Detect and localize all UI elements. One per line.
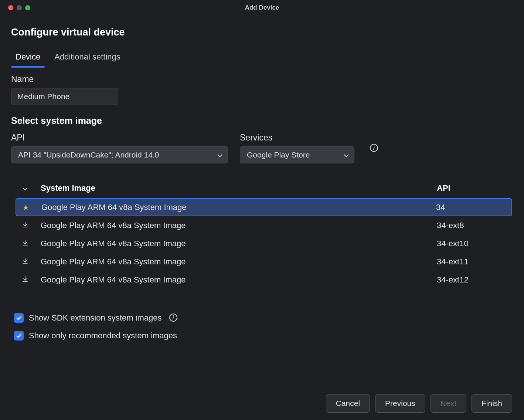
download-icon[interactable] [22,257,28,267]
tab-device[interactable]: Device [15,50,41,64]
row-system-image-name: Google Play ARM 64 v8a System Image [34,203,436,212]
api-select[interactable]: API 34 "UpsideDownCake"; Android 14.0 [11,146,228,163]
name-input[interactable] [11,88,118,105]
table-row[interactable]: Google Play ARM 64 v8a System Image34-ex… [16,234,512,253]
row-api: 34 [436,203,510,212]
star-icon: ★ [23,203,29,212]
cancel-button[interactable]: Cancel [326,394,370,413]
chevron-down-icon [344,150,349,159]
name-label: Name [11,74,512,84]
table-row[interactable]: ★Google Play ARM 64 v8a System Image34 [16,198,512,216]
row-api: 34-ext8 [437,221,511,230]
row-api: 34-ext12 [437,275,511,285]
api-select-value: API 34 "UpsideDownCake"; Android 14.0 [18,150,159,159]
row-api: 34-ext10 [437,239,511,248]
info-icon[interactable]: i [370,144,378,152]
next-button: Next [431,394,466,413]
select-system-image-heading: Select system image [11,115,512,126]
page-heading: Configure virtual device [11,27,512,38]
services-label: Services [240,133,354,143]
api-label: API [11,133,228,143]
tab-additional-settings[interactable]: Additional settings [54,50,121,64]
chevron-down-icon [217,150,222,159]
table-row[interactable]: Google Play ARM 64 v8a System Image34-ex… [16,271,512,289]
titlebar: Add Device [0,0,524,16]
checkbox-show-sdk-extension[interactable] [14,313,24,323]
download-icon[interactable] [22,239,28,248]
column-header-system-image[interactable]: System Image [33,183,437,193]
table-header: System Image API [16,181,512,198]
download-icon[interactable] [22,275,28,285]
collapse-icon[interactable] [23,183,28,193]
row-system-image-name: Google Play ARM 64 v8a System Image [33,257,437,267]
checkbox-label-recommended: Show only recommended system images [29,331,177,341]
table-row[interactable]: Google Play ARM 64 v8a System Image34-ex… [16,216,512,234]
services-select-value: Google Play Store [247,150,310,159]
row-system-image-name: Google Play ARM 64 v8a System Image [33,221,437,230]
previous-button[interactable]: Previous [375,394,425,413]
row-system-image-name: Google Play ARM 64 v8a System Image [33,239,437,248]
services-select[interactable]: Google Play Store [240,146,354,163]
column-header-api[interactable]: API [437,183,511,193]
finish-button[interactable]: Finish [472,394,512,413]
table-row[interactable]: Google Play ARM 64 v8a System Image34-ex… [16,253,512,271]
download-icon[interactable] [22,221,28,230]
info-icon[interactable]: i [169,314,177,322]
window-title: Add Device [0,4,524,11]
checkbox-label-sdk-extension: Show SDK extension system images [29,313,162,323]
row-api: 34-ext11 [437,257,511,267]
row-system-image-name: Google Play ARM 64 v8a System Image [33,275,437,285]
checkbox-show-recommended[interactable] [14,331,24,341]
